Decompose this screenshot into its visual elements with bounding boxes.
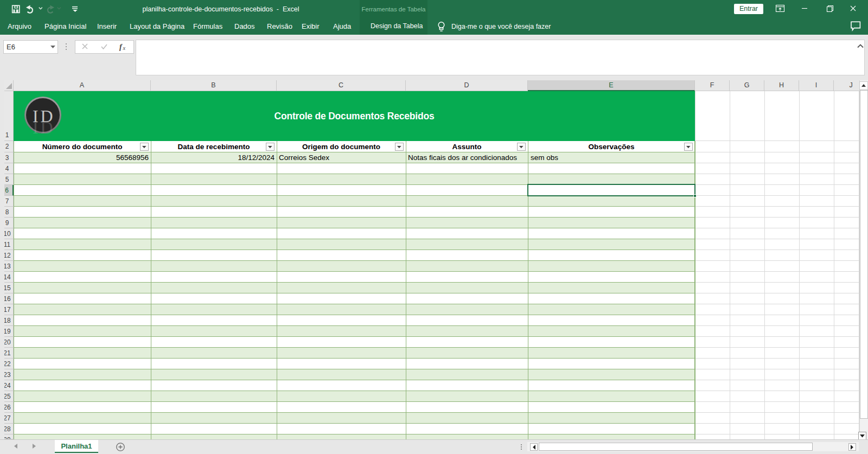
svg-text:f: f xyxy=(119,43,123,51)
svg-text:x: x xyxy=(123,45,126,51)
svg-text:D: D xyxy=(41,118,53,135)
svg-text:I: I xyxy=(33,118,39,135)
